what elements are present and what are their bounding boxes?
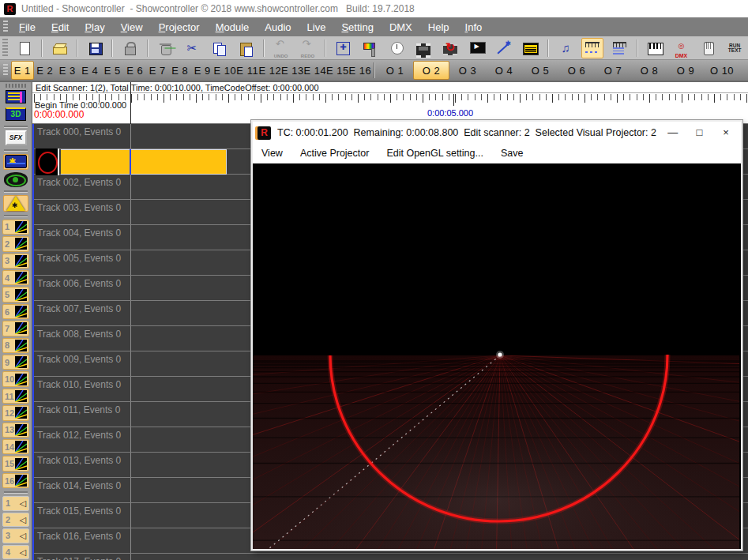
clock-icon[interactable]	[385, 38, 408, 58]
tab-o2[interactable]: O 2	[413, 61, 449, 80]
toolbar-grip[interactable]	[2, 39, 8, 58]
play-preview-icon[interactable]	[466, 38, 488, 58]
tab-o8[interactable]: O 8	[631, 61, 667, 80]
tab-o10[interactable]: O 10	[704, 61, 740, 80]
laser-channel-11-button[interactable]: 11	[2, 389, 29, 404]
track-row-017[interactable]: Track 017, Events 0	[34, 554, 748, 560]
laser-channel-7-button[interactable]: 7	[2, 321, 29, 336]
tab-e14[interactable]: E 14	[304, 61, 327, 80]
laser-channel-9-button[interactable]: 9	[2, 355, 29, 370]
menu-dmx[interactable]: DMX	[382, 20, 420, 35]
laser-warning-button[interactable]	[3, 195, 28, 212]
playhead-line[interactable]	[130, 149, 131, 175]
tab-e16[interactable]: E 16	[349, 61, 372, 80]
menubar-grip[interactable]	[3, 21, 8, 33]
tab-e13[interactable]: E 13	[281, 61, 304, 80]
tab-e10[interactable]: E 10	[214, 61, 237, 80]
undo-icon[interactable]: UNDO	[270, 38, 292, 58]
return-1-button[interactable]: 1◁	[2, 496, 29, 510]
preview-menu-edit-opengl-setting[interactable]: Edit OpenGL setting...	[378, 146, 492, 160]
tab-e8[interactable]: E 8	[169, 61, 192, 80]
tab-e2[interactable]: E 2	[34, 61, 57, 80]
laser-channel-12-button[interactable]: 12	[2, 405, 29, 420]
open-folder-icon[interactable]	[48, 38, 70, 58]
loop-animation-icon[interactable]	[439, 38, 461, 58]
preview-menu-view[interactable]: View	[253, 146, 291, 160]
copy-icon[interactable]	[208, 38, 230, 58]
laser-frame-button[interactable]	[3, 154, 28, 170]
menu-projector[interactable]: Projector	[151, 20, 208, 35]
run-text-icon[interactable]: RUN TEXT	[724, 38, 746, 58]
return-4-button[interactable]: 4◁	[2, 545, 29, 559]
menu-play[interactable]: Play	[77, 20, 112, 35]
tab-e9[interactable]: E 9	[191, 61, 214, 80]
tab-o4[interactable]: O 4	[486, 61, 522, 80]
sfx-button[interactable]: SFX	[3, 130, 28, 146]
tab-e1[interactable]: E 1	[11, 61, 34, 80]
tab-e3[interactable]: E 3	[56, 61, 79, 80]
opengl-preview-canvas[interactable]	[253, 163, 741, 549]
timeline-list-icon[interactable]	[608, 38, 630, 58]
laser-channel-14-button[interactable]: 14	[2, 439, 29, 454]
menu-view[interactable]: View	[113, 20, 151, 35]
menu-module[interactable]: Module	[208, 20, 257, 35]
tab-o3[interactable]: O 3	[449, 61, 486, 80]
laser-channel-13-button[interactable]: 13	[2, 423, 29, 438]
preview-menu-save[interactable]: Save	[492, 146, 532, 160]
maximize-button[interactable]: □	[690, 123, 710, 142]
laser-channel-6-button[interactable]: 6	[2, 304, 29, 319]
menu-setting[interactable]: Setting	[333, 20, 381, 35]
filmstrip-icon[interactable]	[412, 38, 434, 58]
redo-icon[interactable]: REDO	[297, 38, 319, 58]
laser-keyboard-icon[interactable]	[519, 38, 541, 58]
menu-edit[interactable]: Edit	[43, 20, 77, 35]
new-document-icon[interactable]	[13, 38, 35, 58]
timeline-ruler-icon[interactable]	[581, 38, 603, 58]
tab-o6[interactable]: O 6	[558, 61, 595, 80]
paint-roller-icon[interactable]	[359, 38, 381, 58]
laser-channel-5-button[interactable]: 5	[2, 287, 29, 302]
preview-eye-button[interactable]	[3, 171, 28, 187]
tab-o7[interactable]: O 7	[595, 61, 631, 80]
dmx-icon[interactable]: DMX	[671, 38, 693, 58]
laser-channel-10-button[interactable]: 10	[2, 371, 29, 386]
tab-e4[interactable]: E 4	[79, 61, 102, 80]
paste-icon[interactable]	[235, 38, 257, 58]
laser-event-bar[interactable]	[61, 149, 227, 175]
laser-channel-16-button[interactable]: 16	[2, 473, 29, 488]
laser-channel-15-button[interactable]: 15	[2, 456, 29, 471]
return-2-button[interactable]: 2◁	[2, 513, 29, 527]
menu-live[interactable]: Live	[299, 20, 334, 35]
laser-channel-1-button[interactable]: 1	[2, 220, 29, 235]
hand-icon[interactable]	[697, 38, 719, 58]
timeline-editor-button[interactable]	[3, 89, 28, 105]
tab-e7[interactable]: E 7	[146, 61, 169, 80]
cut-icon[interactable]: ✂	[181, 38, 203, 58]
tabrow-grip[interactable]	[3, 64, 8, 77]
lock-icon[interactable]	[118, 38, 141, 58]
menu-help[interactable]: Help	[420, 20, 457, 35]
tab-o5[interactable]: O 5	[522, 61, 558, 80]
laser-channel-4-button[interactable]: 4	[2, 270, 29, 285]
music-notes-icon[interactable]: ♫	[554, 38, 577, 58]
preview-menu-active-projector[interactable]: Active Projector	[291, 146, 378, 160]
tab-e12[interactable]: E 12	[259, 61, 282, 80]
laser-channel-2-button[interactable]: 2	[2, 236, 29, 251]
delete-icon[interactable]	[154, 38, 176, 58]
sidebar-grip[interactable]	[6, 84, 26, 88]
center-select-icon[interactable]	[332, 38, 354, 58]
preview-window-titlebar[interactable]: R TC: 0:00:01.200 Remaining: 0:00:08.800…	[253, 122, 741, 144]
tab-e6[interactable]: E 6	[124, 61, 147, 80]
header-timeline-divider[interactable]	[130, 82, 131, 124]
tab-e15[interactable]: E 15	[326, 61, 349, 80]
laser-channel-8-button[interactable]: 8	[2, 338, 29, 353]
tab-e5[interactable]: E 5	[101, 61, 124, 80]
piano-keys-icon[interactable]	[644, 38, 666, 58]
view-3d-button[interactable]: 3D	[3, 107, 28, 122]
tab-o1[interactable]: O 1	[377, 61, 413, 80]
save-icon[interactable]	[84, 38, 106, 58]
close-button[interactable]: ×	[716, 123, 736, 142]
menu-file[interactable]: File	[11, 20, 43, 35]
tab-e11[interactable]: E 11	[236, 61, 259, 80]
laser-channel-3-button[interactable]: 3	[2, 254, 29, 269]
